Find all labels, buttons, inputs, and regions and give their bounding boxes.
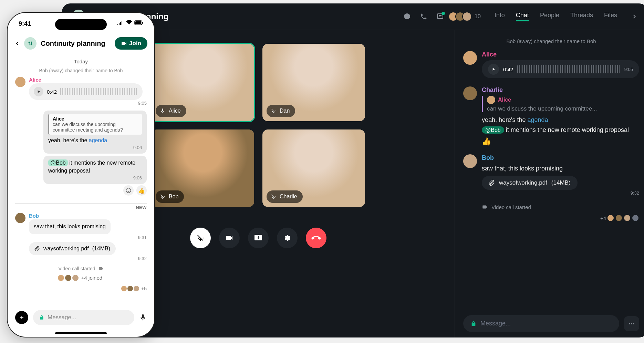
paperclip-icon [489, 180, 495, 186]
mobile-timeline[interactable]: Today Bob (away) changed their name to B… [8, 54, 154, 312]
chat-bubble-icon[interactable] [402, 11, 413, 22]
avatar [15, 77, 25, 87]
message-charlie: Charlie Alice can we discuss the upcomin… [463, 86, 639, 146]
back-button[interactable] [14, 41, 20, 46]
message-bob: Bob saw that, this looks promising 9:31 … [15, 213, 147, 261]
tab-files[interactable]: Files [604, 12, 617, 21]
day-divider: Today [15, 59, 147, 64]
svg-rect-6 [142, 22, 143, 24]
reply-bubble[interactable]: Alice can we discuss the upcoming commit… [43, 111, 147, 154]
system-message: Bob (away) changed their name to Bob [463, 38, 639, 44]
mic-on-icon [159, 107, 166, 114]
camera-button[interactable] [219, 228, 240, 248]
new-marker: NEW [15, 203, 147, 210]
play-icon[interactable] [488, 64, 499, 75]
room-title: Continuity planning [41, 40, 111, 48]
screenshare-button[interactable] [248, 228, 269, 248]
message-input[interactable]: Message... [33, 310, 134, 325]
reply-bubble[interactable]: @Bob it mentions the new remote working … [43, 156, 147, 184]
chevron-right-icon[interactable] [631, 13, 638, 20]
video-icon [482, 204, 488, 210]
svg-point-3 [633, 323, 634, 324]
mobile-app-mock: 9:41 Continuity planning Join Today Bob … [7, 12, 155, 337]
hangup-button[interactable] [306, 228, 326, 248]
joined-row: +4 joined [15, 275, 147, 281]
phone-icon[interactable] [418, 11, 429, 22]
message-bob: Bob saw that, this looks promising wayso… [463, 154, 639, 196]
thread-icon[interactable] [435, 11, 446, 22]
avatar [463, 51, 477, 65]
more-button[interactable] [624, 316, 639, 331]
video-tile-dan[interactable]: Dan [262, 44, 365, 121]
svg-rect-5 [135, 21, 141, 24]
waveform-icon [60, 88, 138, 95]
status-indicators [117, 20, 143, 28]
member-count: 10 [475, 13, 481, 20]
voice-message[interactable]: 0:42 9:05 [482, 60, 639, 78]
mic-button[interactable] [139, 314, 147, 321]
message-alice-voice: Alice 0:42 9:05 [15, 77, 147, 106]
waveform-icon [517, 65, 620, 73]
svg-point-2 [631, 323, 632, 324]
svg-point-1 [629, 323, 630, 324]
video-icon [121, 40, 127, 46]
file-attachment[interactable]: waysofworking.pdf (14MB) [29, 242, 116, 255]
mobile-header: Continuity planning Join [8, 28, 154, 54]
lock-icon [471, 321, 476, 326]
join-button[interactable]: Join [115, 37, 147, 50]
joined-row-2: +5 [15, 286, 147, 291]
mic-muted-icon [159, 193, 166, 200]
video-call-started-notice: Video call started [15, 266, 147, 271]
video-icon [98, 266, 104, 271]
lock-icon [39, 315, 44, 320]
message-input[interactable]: Message... [463, 315, 619, 332]
play-icon[interactable] [34, 87, 43, 96]
video-tile-bob[interactable]: Bob [152, 129, 254, 207]
notch [55, 19, 107, 30]
mention-bob[interactable]: @Bob [482, 126, 504, 134]
svg-point-7 [126, 188, 131, 193]
settings-button[interactable] [277, 228, 298, 248]
mic-muted-icon [270, 193, 277, 200]
video-call-started-notice: Video call started [482, 204, 639, 210]
avatar [463, 154, 477, 168]
mute-button[interactable] [190, 228, 211, 248]
call-controls [190, 228, 326, 248]
quoted-reply[interactable]: Alice can we discuss the upcoming commit… [482, 96, 639, 112]
message-composer: Message... [463, 310, 639, 332]
quoted-message: Alice can we discuss the upcoming commit… [48, 114, 142, 135]
mic-muted-icon [270, 107, 277, 114]
video-tile-alice[interactable]: Alice [152, 44, 254, 121]
panel-tabs: Info Chat People Threads Files [495, 12, 617, 21]
tab-chat[interactable]: Chat [516, 12, 529, 21]
avatar [463, 86, 477, 100]
agenda-link[interactable]: agenda [89, 137, 107, 143]
video-tile-charlie[interactable]: Charlie [262, 129, 365, 207]
mobile-composer: + Message... [8, 306, 154, 329]
reaction-thumbs-up[interactable]: 👍 [136, 185, 147, 196]
chat-panel: Bob (away) changed their name to Bob Ali… [455, 30, 644, 337]
system-message: Bob (away) changed their name to Bob [15, 68, 147, 73]
add-reaction-button[interactable] [123, 185, 134, 196]
add-button[interactable]: + [15, 311, 28, 324]
tab-threads[interactable]: Threads [570, 12, 593, 21]
room-avatar-icon[interactable] [24, 37, 37, 50]
mention-bob[interactable]: @Bob [48, 159, 68, 166]
file-attachment[interactable]: waysofworking.pdf (14MB) [482, 176, 578, 190]
agenda-link[interactable]: agenda [528, 116, 548, 123]
home-indicator [55, 332, 107, 334]
joined-avatars[interactable]: +4 [463, 214, 639, 222]
tab-people[interactable]: People [540, 12, 559, 21]
avatar [15, 213, 25, 223]
message-alice-voice: Alice 0:42 9:05 [463, 51, 639, 78]
svg-rect-0 [437, 14, 443, 19]
voice-message[interactable]: 0:42 [29, 83, 143, 100]
member-avatar-stack[interactable]: 10 [451, 12, 481, 21]
tab-info[interactable]: Info [495, 12, 505, 21]
paperclip-icon [34, 246, 40, 251]
reaction-thumbs-up[interactable]: 👍 [482, 137, 639, 146]
